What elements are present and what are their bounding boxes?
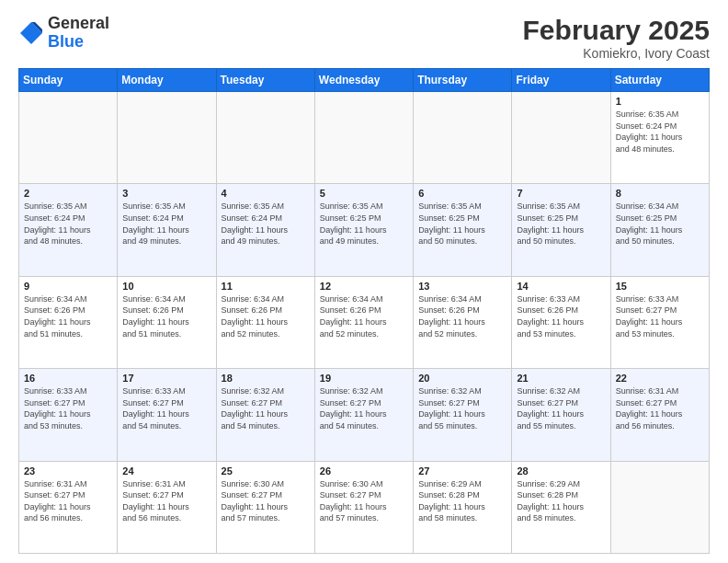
calendar-table: SundayMondayTuesdayWednesdayThursdayFrid… [18, 68, 710, 554]
day-info: Sunrise: 6:33 AM Sunset: 6:27 PM Dayligh… [24, 385, 112, 431]
calendar-cell: 25Sunrise: 6:30 AM Sunset: 6:27 PM Dayli… [216, 461, 314, 553]
calendar-cell [19, 92, 118, 184]
calendar-cell: 11Sunrise: 6:34 AM Sunset: 6:26 PM Dayli… [216, 276, 314, 368]
day-number: 20 [418, 373, 506, 384]
calendar-header-row: SundayMondayTuesdayWednesdayThursdayFrid… [19, 69, 710, 92]
logo-blue: Blue [48, 33, 109, 52]
day-info: Sunrise: 6:32 AM Sunset: 6:27 PM Dayligh… [222, 385, 310, 431]
calendar-cell: 16Sunrise: 6:33 AM Sunset: 6:27 PM Dayli… [19, 369, 118, 461]
day-number: 10 [122, 281, 210, 292]
calendar-cell: 23Sunrise: 6:31 AM Sunset: 6:27 PM Dayli… [19, 461, 118, 553]
calendar-week-row: 2Sunrise: 6:35 AM Sunset: 6:24 PM Daylig… [19, 184, 710, 276]
calendar-cell [216, 92, 314, 184]
svg-marker-0 [20, 22, 42, 44]
day-number: 22 [616, 373, 704, 384]
day-info: Sunrise: 6:35 AM Sunset: 6:24 PM Dayligh… [222, 201, 310, 247]
logo-general: General [48, 15, 109, 33]
day-info: Sunrise: 6:32 AM Sunset: 6:27 PM Dayligh… [418, 385, 506, 431]
day-info: Sunrise: 6:32 AM Sunset: 6:27 PM Dayligh… [320, 385, 408, 431]
calendar-header-saturday: Saturday [610, 69, 709, 92]
day-info: Sunrise: 6:35 AM Sunset: 6:24 PM Dayligh… [24, 201, 112, 247]
calendar-week-row: 16Sunrise: 6:33 AM Sunset: 6:27 PM Dayli… [19, 369, 710, 461]
calendar-header-tuesday: Tuesday [216, 69, 314, 92]
calendar-cell [314, 92, 413, 184]
calendar-cell: 20Sunrise: 6:32 AM Sunset: 6:27 PM Dayli… [414, 369, 512, 461]
day-info: Sunrise: 6:33 AM Sunset: 6:27 PM Dayligh… [616, 293, 704, 339]
day-number: 11 [222, 281, 310, 292]
day-info: Sunrise: 6:35 AM Sunset: 6:25 PM Dayligh… [517, 201, 605, 247]
day-number: 26 [320, 465, 408, 477]
day-info: Sunrise: 6:30 AM Sunset: 6:27 PM Dayligh… [320, 478, 408, 524]
calendar-header-monday: Monday [118, 69, 216, 92]
calendar-cell [118, 92, 216, 184]
location: Komiekro, Ivory Coast [523, 46, 710, 61]
calendar-cell: 10Sunrise: 6:34 AM Sunset: 6:26 PM Dayli… [118, 276, 216, 368]
day-number: 1 [616, 96, 704, 107]
calendar-cell: 5Sunrise: 6:35 AM Sunset: 6:25 PM Daylig… [314, 184, 413, 276]
calendar-cell [414, 92, 512, 184]
calendar-cell: 28Sunrise: 6:29 AM Sunset: 6:28 PM Dayli… [512, 461, 610, 553]
logo: General Blue [18, 15, 109, 52]
day-number: 19 [320, 373, 408, 384]
calendar-week-row: 9Sunrise: 6:34 AM Sunset: 6:26 PM Daylig… [19, 276, 710, 368]
calendar-cell: 13Sunrise: 6:34 AM Sunset: 6:26 PM Dayli… [414, 276, 512, 368]
day-info: Sunrise: 6:34 AM Sunset: 6:26 PM Dayligh… [320, 293, 408, 339]
day-number: 18 [222, 373, 310, 384]
day-info: Sunrise: 6:35 AM Sunset: 6:25 PM Dayligh… [418, 201, 506, 247]
calendar-cell: 19Sunrise: 6:32 AM Sunset: 6:27 PM Dayli… [314, 369, 413, 461]
calendar-header-sunday: Sunday [19, 69, 118, 92]
day-number: 21 [517, 373, 605, 384]
day-number: 15 [616, 281, 704, 292]
calendar-cell [610, 461, 709, 553]
day-number: 5 [320, 188, 408, 199]
calendar-cell: 4Sunrise: 6:35 AM Sunset: 6:24 PM Daylig… [216, 184, 314, 276]
day-number: 24 [122, 465, 210, 477]
day-info: Sunrise: 6:34 AM Sunset: 6:26 PM Dayligh… [24, 293, 112, 339]
calendar-cell: 15Sunrise: 6:33 AM Sunset: 6:27 PM Dayli… [610, 276, 709, 368]
calendar-cell: 7Sunrise: 6:35 AM Sunset: 6:25 PM Daylig… [512, 184, 610, 276]
day-info: Sunrise: 6:31 AM Sunset: 6:27 PM Dayligh… [122, 478, 210, 524]
day-info: Sunrise: 6:34 AM Sunset: 6:26 PM Dayligh… [418, 293, 506, 339]
calendar-cell: 18Sunrise: 6:32 AM Sunset: 6:27 PM Dayli… [216, 369, 314, 461]
calendar-cell: 22Sunrise: 6:31 AM Sunset: 6:27 PM Dayli… [610, 369, 709, 461]
day-number: 12 [320, 281, 408, 292]
day-info: Sunrise: 6:35 AM Sunset: 6:25 PM Dayligh… [320, 201, 408, 247]
day-info: Sunrise: 6:30 AM Sunset: 6:27 PM Dayligh… [222, 478, 310, 524]
day-number: 27 [418, 465, 506, 477]
calendar-cell [512, 92, 610, 184]
day-number: 4 [222, 188, 310, 199]
day-info: Sunrise: 6:34 AM Sunset: 6:26 PM Dayligh… [122, 293, 210, 339]
day-number: 23 [24, 465, 112, 477]
day-number: 14 [517, 281, 605, 292]
day-info: Sunrise: 6:33 AM Sunset: 6:26 PM Dayligh… [517, 293, 605, 339]
day-info: Sunrise: 6:31 AM Sunset: 6:27 PM Dayligh… [24, 478, 112, 524]
calendar-header-thursday: Thursday [414, 69, 512, 92]
calendar-cell: 3Sunrise: 6:35 AM Sunset: 6:24 PM Daylig… [118, 184, 216, 276]
calendar-cell: 9Sunrise: 6:34 AM Sunset: 6:26 PM Daylig… [19, 276, 118, 368]
day-number: 2 [24, 188, 112, 199]
calendar-cell: 8Sunrise: 6:34 AM Sunset: 6:25 PM Daylig… [610, 184, 709, 276]
calendar-cell: 6Sunrise: 6:35 AM Sunset: 6:25 PM Daylig… [414, 184, 512, 276]
calendar-cell: 17Sunrise: 6:33 AM Sunset: 6:27 PM Dayli… [118, 369, 216, 461]
day-info: Sunrise: 6:29 AM Sunset: 6:28 PM Dayligh… [418, 478, 506, 524]
day-info: Sunrise: 6:32 AM Sunset: 6:27 PM Dayligh… [517, 385, 605, 431]
day-number: 6 [418, 188, 506, 199]
day-number: 8 [616, 188, 704, 199]
calendar-cell: 27Sunrise: 6:29 AM Sunset: 6:28 PM Dayli… [414, 461, 512, 553]
day-number: 28 [517, 465, 605, 477]
calendar-cell: 2Sunrise: 6:35 AM Sunset: 6:24 PM Daylig… [19, 184, 118, 276]
calendar-cell: 12Sunrise: 6:34 AM Sunset: 6:26 PM Dayli… [314, 276, 413, 368]
calendar-cell: 21Sunrise: 6:32 AM Sunset: 6:27 PM Dayli… [512, 369, 610, 461]
calendar-week-row: 1Sunrise: 6:35 AM Sunset: 6:24 PM Daylig… [19, 92, 710, 184]
day-info: Sunrise: 6:34 AM Sunset: 6:25 PM Dayligh… [616, 201, 704, 247]
day-info: Sunrise: 6:33 AM Sunset: 6:27 PM Dayligh… [122, 385, 210, 431]
month-title: February 2025 [523, 15, 710, 46]
page: General Blue February 2025 Komiekro, Ivo… [0, 0, 728, 563]
calendar-cell: 14Sunrise: 6:33 AM Sunset: 6:26 PM Dayli… [512, 276, 610, 368]
day-info: Sunrise: 6:35 AM Sunset: 6:24 PM Dayligh… [616, 109, 704, 155]
logo-text: General Blue [48, 15, 109, 52]
day-info: Sunrise: 6:29 AM Sunset: 6:28 PM Dayligh… [517, 478, 605, 524]
day-info: Sunrise: 6:35 AM Sunset: 6:24 PM Dayligh… [122, 201, 210, 247]
logo-icon [18, 20, 44, 46]
calendar-cell: 26Sunrise: 6:30 AM Sunset: 6:27 PM Dayli… [314, 461, 413, 553]
